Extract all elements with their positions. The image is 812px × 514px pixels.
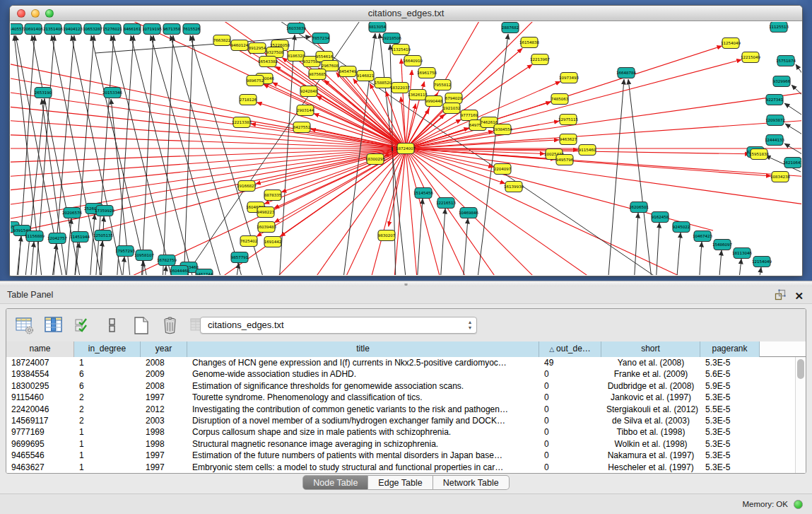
divider-grip-icon[interactable]	[404, 283, 408, 286]
graph-node[interactable]: 18113046	[732, 248, 752, 259]
graph-node[interactable]: 12505135	[93, 230, 113, 241]
column-header-name[interactable]: name	[6, 341, 74, 357]
graph-node[interactable]: 19218506	[382, 33, 401, 44]
graph-node[interactable]: 11254049	[721, 38, 741, 49]
graph-node[interactable]: 9777169	[461, 110, 478, 121]
graph-node[interactable]: 10834238	[770, 172, 790, 182]
graph-node[interactable]: 2718126	[240, 95, 257, 105]
graph-node[interactable]: 12042757	[47, 233, 67, 244]
table-row[interactable]: 977716911998Corpus callosum shape and si…	[6, 426, 806, 438]
graph-node[interactable]: 16961758	[417, 68, 437, 78]
graph-node[interactable]: 10958107	[134, 250, 154, 261]
column-header-year[interactable]: year	[141, 341, 187, 357]
graph-node[interactable]: 9242848	[300, 86, 318, 97]
graph-node[interactable]: 19404123	[63, 24, 83, 35]
graph-node[interactable]: 16648784	[616, 68, 636, 78]
graph-node[interactable]: 9495796	[556, 155, 574, 165]
graph-node[interactable]: 7857234	[312, 33, 330, 44]
graph-node[interactable]: 9671358	[163, 24, 181, 35]
graph-node[interactable]: 15145456	[413, 188, 433, 199]
column-header-short[interactable]: short	[601, 341, 700, 357]
graph-node[interactable]: 12215049	[741, 52, 760, 63]
table-row[interactable]: 1872400712008Changes of HCN gene express…	[6, 357, 806, 368]
graph-node[interactable]: 21351406	[43, 24, 63, 35]
graph-node[interactable]: 12216513	[436, 198, 456, 209]
graph-node[interactable]: 10653287	[83, 24, 102, 35]
network-canvas[interactable]: 1854055720691406213514061940412310653287…	[11, 22, 801, 275]
graph-node[interactable]: 10467423	[693, 231, 712, 242]
table-scrollbar[interactable]	[795, 357, 806, 474]
graph-node[interactable]: 7625402	[240, 236, 258, 247]
graph-node[interactable]: 10719195	[142, 24, 162, 35]
row-height-icon[interactable]	[102, 315, 122, 335]
graph-node[interactable]: 9896752	[247, 76, 264, 86]
graph-node[interactable]: 15951838	[749, 149, 769, 160]
graph-node[interactable]: 12213967	[530, 54, 550, 65]
graph-node[interactable]: 11325419	[391, 45, 411, 55]
table-row[interactable]: 946362711997Embryonic stem cells: a mode…	[6, 462, 806, 473]
column-visibility-icon[interactable]	[44, 315, 64, 335]
graph-node[interactable]: 9146821	[357, 71, 375, 81]
graph-node[interactable]: 16640910	[403, 56, 423, 66]
graph-node[interactable]: 7615526	[183, 24, 201, 35]
graph-node[interactable]: 1921032	[443, 103, 461, 114]
scrollbar-thumb[interactable]	[797, 359, 804, 379]
graph-node[interactable]: 9498223	[257, 207, 275, 218]
graph-node[interactable]: 10973493	[559, 73, 579, 83]
graph-node[interactable]: 20206576	[62, 208, 82, 218]
close-window-button[interactable]	[17, 9, 25, 18]
graph-node[interactable]: 20153346	[102, 88, 122, 98]
graph-node[interactable]: 9462744	[196, 269, 213, 276]
graph-node[interactable]: 16044460	[170, 266, 189, 276]
graph-node[interactable]: 7485063	[551, 94, 569, 105]
graph-node[interactable]: 12154049	[752, 257, 772, 267]
graph-node[interactable]: 19166827	[237, 181, 257, 192]
graph-node[interactable]: 8912954	[249, 43, 266, 54]
graph-node[interactable]: 9460124	[231, 40, 249, 51]
graph-node[interactable]: 16139930	[504, 182, 524, 192]
graph-node[interactable]: 18300295	[365, 154, 385, 165]
graph-node[interactable]: 16543382	[258, 57, 278, 67]
graph-node[interactable]: 1691442	[264, 237, 282, 247]
graph-node[interactable]: 9115460	[579, 145, 596, 156]
graph-node[interactable]: 9875685	[309, 69, 326, 80]
graph-node[interactable]: 6794028	[445, 93, 463, 104]
graph-node[interactable]: 15276021	[102, 24, 122, 35]
graph-node[interactable]: 9245022	[673, 222, 690, 233]
table-row[interactable]: 1830029562008Estimation of significance …	[6, 380, 806, 392]
graph-node[interactable]: 9463627	[560, 134, 577, 145]
graph-node[interactable]: 9830207	[378, 230, 396, 241]
panel-divider[interactable]	[0, 281, 812, 286]
delete-table-icon[interactable]	[160, 315, 180, 335]
graph-node[interactable]: 16033839	[286, 23, 306, 34]
graph-node[interactable]: 12213383	[232, 117, 252, 128]
tab-node-table[interactable]: Node Table	[302, 475, 368, 490]
column-header-in_degree[interactable]: in_degree	[74, 341, 141, 357]
graph-node[interactable]: 8427552	[293, 122, 311, 133]
graph-node[interactable]: 2653190	[35, 88, 52, 98]
graph-node[interactable]: 18540557	[11, 24, 24, 35]
graph-node[interactable]: 9227341	[766, 95, 784, 105]
table-row[interactable]: 946554611997Estimation of the future num…	[6, 450, 806, 461]
zoom-window-button[interactable]	[45, 9, 54, 18]
graph-node[interactable]: 17359928	[95, 206, 114, 216]
graph-node[interactable]: 7955812	[434, 80, 452, 90]
table-settings-icon[interactable]	[15, 315, 35, 335]
close-panel-icon[interactable]: ✕	[794, 291, 804, 302]
graph-node[interactable]: 16154838	[519, 37, 539, 48]
graph-node[interactable]: 8878335	[264, 190, 282, 201]
graph-node[interactable]: 20691406	[23, 24, 43, 35]
table-row[interactable]: 2242004622012Investigating the contribut…	[6, 404, 806, 415]
network-window-titlebar[interactable]: citations_edges.txt	[10, 6, 802, 21]
network-table-select[interactable]: citations_edges.txt ▴▾	[200, 317, 477, 334]
graph-node[interactable]: 18724007	[396, 144, 416, 154]
table-row[interactable]: 911546021997Tourette syndrome. Phenomeno…	[6, 392, 806, 403]
graph-node[interactable]: 8466161	[124, 24, 141, 35]
graph-node[interactable]: 2903144	[297, 105, 314, 116]
graph-node[interactable]: 2887682	[502, 23, 519, 33]
tab-network-table[interactable]: Network Table	[433, 475, 510, 490]
minimize-window-button[interactable]	[31, 9, 40, 18]
graph-node[interactable]: 19384554	[493, 124, 512, 135]
table-row[interactable]: 1938455462009Genome-wide association stu…	[6, 368, 806, 380]
graph-node[interactable]: 15751874	[776, 56, 796, 66]
